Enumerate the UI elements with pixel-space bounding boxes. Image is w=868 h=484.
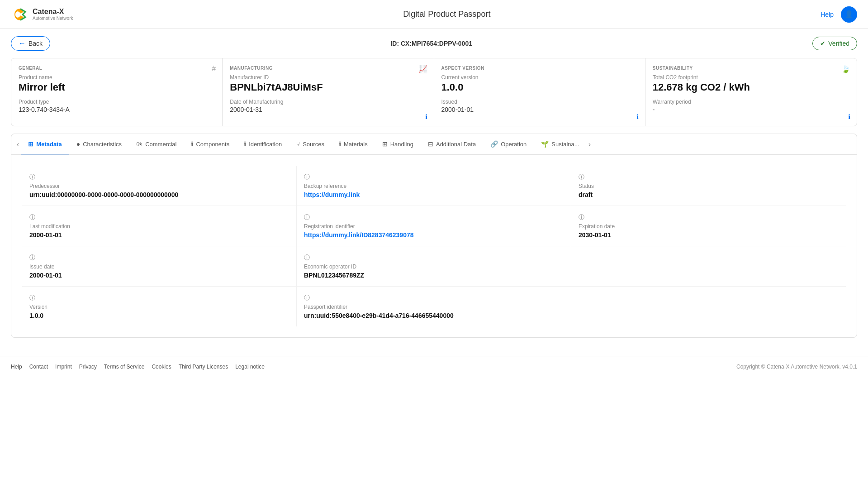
cell-info-icon-6[interactable]: ⓘ [29, 254, 289, 262]
footer-link-privacy[interactable]: Privacy [79, 364, 97, 370]
tab-next-button[interactable]: › [587, 135, 593, 154]
footer-link-terms-of-service[interactable]: Terms of Service [104, 364, 144, 370]
tab-metadata-label: Metadata [36, 141, 62, 148]
product-type-label: Product type [19, 99, 215, 105]
tab-components-label: Components [196, 141, 229, 148]
cell-info-icon-4[interactable]: ⓘ [304, 213, 564, 221]
cell-info-icon-10[interactable]: ⓘ [304, 294, 564, 302]
cell-label-10: Passport identifier [304, 304, 564, 310]
cell-value-4: https://dummy.link/ID8283746239078 [304, 231, 564, 239]
back-arrow-icon: ← [19, 39, 26, 48]
metadata-cell-2: ⓘ Status draft [571, 166, 846, 206]
card-aspect-version: ASPECT VERSION Current version 1.0.0 Iss… [434, 58, 645, 126]
footer-link-legal-notice[interactable]: Legal notice [235, 364, 265, 370]
cell-value-9: 1.0.0 [29, 312, 289, 319]
tab-sources[interactable]: ⑂ Sources [289, 134, 332, 155]
verified-check-icon: ✔ [820, 40, 825, 47]
help-link[interactable]: Help [821, 11, 834, 18]
app-header: Catena-X Automotive Network Digital Prod… [0, 0, 868, 29]
card-general: GENERAL # Product name Mirror left Produ… [11, 58, 223, 126]
metadata-cell-5: ⓘ Expiration date 2030-01-01 [571, 206, 846, 246]
metadata-cell-6: ⓘ Issue date 2000-01-01 [22, 246, 297, 287]
cell-value-1: https://dummy.link [304, 191, 564, 198]
metadata-cell-9: ⓘ Version 1.0.0 [22, 287, 297, 326]
cell-value-2: draft [579, 191, 839, 198]
cell-label-4: Registration identifier [304, 223, 564, 230]
tab-prev-button[interactable]: ‹ [15, 135, 21, 154]
app-footer: HelpContactImprintPrivacyTerms of Servic… [0, 356, 868, 377]
footer-links: HelpContactImprintPrivacyTerms of Servic… [11, 364, 265, 370]
passport-id: ID: CX:MPI7654:DPPV-0001 [390, 40, 472, 47]
tab-operation-label: Operation [501, 141, 526, 148]
cell-info-icon-5[interactable]: ⓘ [579, 213, 839, 221]
tab-identification-label: Identification [249, 141, 282, 148]
footer-link-help[interactable]: Help [11, 364, 22, 370]
cell-value-7: BPNL0123456789ZZ [304, 272, 564, 279]
cell-value-0: urn:uuid:00000000-0000-0000-0000-0000000… [29, 191, 289, 198]
back-label: Back [28, 40, 43, 47]
tab-sustainability-label: Sustaina... [551, 141, 579, 148]
metadata-cell-10: ⓘ Passport identifier urn:uuid:550e8400-… [297, 287, 571, 326]
manufacturer-id-label: Manufacturer ID [230, 74, 426, 81]
cell-info-icon-1[interactable]: ⓘ [304, 173, 564, 181]
footer-link-imprint[interactable]: Imprint [55, 364, 72, 370]
tab-metadata[interactable]: ⊞ Metadata [21, 134, 69, 155]
cell-label-1: Backup reference [304, 183, 564, 189]
footer-link-third-party-licenses[interactable]: Third Party Licenses [179, 364, 228, 370]
co2-value: 12.678 kg CO2 / kWh [653, 81, 849, 93]
metadata-cell-4: ⓘ Registration identifier https://dummy.… [297, 206, 571, 246]
manufacturing-info-icon[interactable]: ℹ [425, 113, 427, 120]
cell-value-3: 2000-01-01 [29, 231, 289, 239]
tab-materials[interactable]: ℹ Materials [332, 134, 375, 155]
tab-handling[interactable]: ⊞ Handling [375, 134, 421, 155]
footer-link-contact[interactable]: Contact [29, 364, 48, 370]
tab-identification[interactable]: ℹ Identification [237, 134, 289, 155]
avatar-button[interactable]: 👤 [841, 6, 857, 23]
cell-info-icon-3[interactable]: ⓘ [29, 213, 289, 221]
sustainability-info-icon[interactable]: ℹ [848, 113, 850, 120]
cell-info-icon-0[interactable]: ⓘ [29, 173, 289, 181]
cards-row: GENERAL # Product name Mirror left Produ… [11, 58, 857, 126]
logo-text: Catena-X Automotive Network [33, 8, 73, 21]
commercial-icon: 🛍 [136, 140, 142, 148]
tab-commercial[interactable]: 🛍 Commercial [129, 134, 184, 155]
back-button[interactable]: ← Back [11, 36, 50, 51]
cell-label-0: Predecessor [29, 183, 289, 189]
tab-characteristics[interactable]: ● Characteristics [69, 134, 129, 155]
sub-header: ← Back ID: CX:MPI7654:DPPV-0001 ✔ Verifi… [0, 29, 868, 58]
cell-info-icon-7[interactable]: ⓘ [304, 254, 564, 262]
issued-value: 2000-01-01 [441, 106, 638, 113]
page-title: Digital Product Passport [403, 10, 490, 19]
cell-value-6: 2000-01-01 [29, 272, 289, 279]
cell-info-icon-2[interactable]: ⓘ [579, 173, 839, 181]
characteristics-icon: ● [76, 140, 80, 148]
tab-handling-label: Handling [390, 141, 413, 148]
product-name-value: Mirror left [19, 81, 215, 93]
logo-area: Catena-X Automotive Network [11, 5, 73, 24]
card-manufacturing-label: MANUFACTURING [230, 66, 426, 71]
tab-operation[interactable]: 🔗 Operation [483, 134, 534, 155]
tab-components[interactable]: ℹ Components [184, 134, 237, 155]
footer-copyright: Copyright © Catena-X Automotive Network.… [736, 364, 857, 370]
tab-additional-data[interactable]: ⊟ Additional Data [421, 134, 483, 155]
sources-icon: ⑂ [296, 140, 300, 148]
product-type-value: 123-0.740-3434-A [19, 106, 215, 113]
card-manufacturing: MANUFACTURING 📈 Manufacturer ID BPNLbi7t… [223, 58, 434, 126]
cell-info-icon-9[interactable]: ⓘ [29, 294, 289, 302]
logo-catena: Catena-X [33, 8, 73, 16]
aspect-info-icon[interactable]: ℹ [636, 113, 639, 120]
footer-link-cookies[interactable]: Cookies [152, 364, 171, 370]
product-name-label: Product name [19, 74, 215, 81]
tab-sustainability[interactable]: 🌱 Sustaina... [534, 134, 586, 155]
co2-label: Total CO2 footprint [653, 74, 849, 81]
metadata-grid-icon: ⊞ [28, 140, 33, 148]
manufacturer-id-value: BPNLbi7tAJ8UiMsF [230, 81, 426, 93]
metadata-cell-7: ⓘ Economic operator ID BPNL0123456789ZZ [297, 246, 571, 287]
metadata-cell-3: ⓘ Last modification 2000-01-01 [22, 206, 297, 246]
metadata-grid: ⓘ Predecessor urn:uuid:00000000-0000-000… [22, 166, 846, 326]
header-right: Help 👤 [821, 6, 857, 23]
card-sustainability: SUSTAINABILITY 🍃 Total CO2 footprint 12.… [645, 58, 857, 126]
catena-x-logo [11, 5, 29, 24]
handling-icon: ⊞ [382, 140, 388, 148]
identification-icon: ℹ [244, 140, 246, 148]
